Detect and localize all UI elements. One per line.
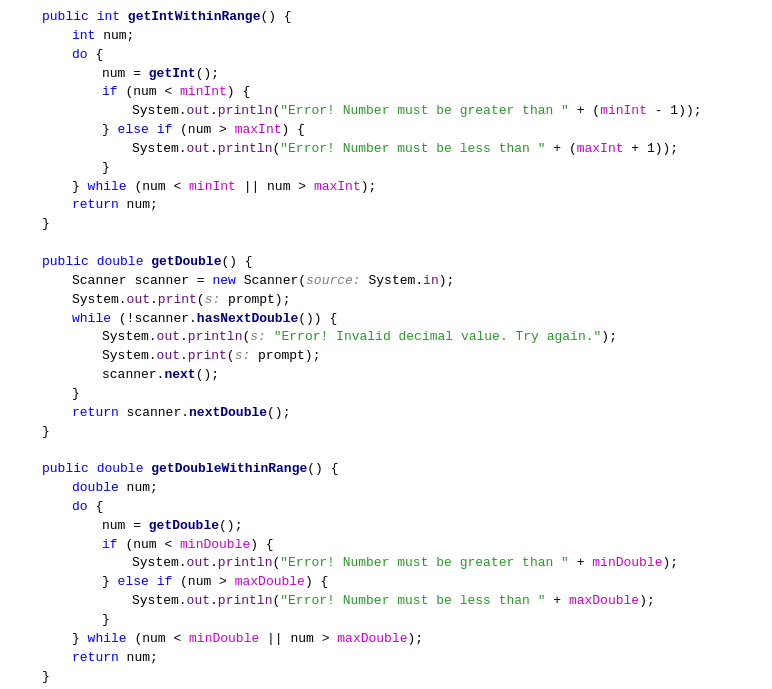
kw-new: new bbox=[212, 272, 235, 291]
line-29: } else if (num > maxDouble) { bbox=[0, 573, 772, 592]
line-21: return scanner.nextDouble(); bbox=[0, 404, 772, 423]
line-22: } bbox=[0, 423, 772, 442]
line-12: } bbox=[0, 215, 772, 234]
line-18: System.out.print(s: prompt); bbox=[0, 347, 772, 366]
kw-while: while bbox=[88, 178, 127, 197]
field-out4: out bbox=[157, 328, 180, 347]
line-8: System.out.println("Error! Number must b… bbox=[0, 140, 772, 159]
line-28: System.out.println("Error! Number must b… bbox=[0, 554, 772, 573]
kw-if3: if bbox=[102, 536, 118, 555]
line-4: num = getInt(); bbox=[0, 65, 772, 84]
kw-public: public bbox=[42, 8, 89, 27]
field-out7: out bbox=[187, 592, 210, 611]
method-nextDouble: nextDouble bbox=[189, 404, 267, 423]
kw-while3: while bbox=[88, 630, 127, 649]
method-println: println bbox=[218, 102, 273, 121]
kw-double3: double bbox=[72, 479, 119, 498]
line-33: return num; bbox=[0, 649, 772, 668]
var-minDouble3: minDouble bbox=[189, 630, 259, 649]
line-23: public double getDoubleWithinRange() { bbox=[0, 460, 772, 479]
var-maxInt3: maxInt bbox=[314, 178, 361, 197]
var-minDouble2: minDouble bbox=[592, 554, 662, 573]
field-out6: out bbox=[187, 554, 210, 573]
line-24: double num; bbox=[0, 479, 772, 498]
kw-public3: public bbox=[42, 460, 89, 479]
kw-return3: return bbox=[72, 649, 119, 668]
line-5: if (num < minInt) { bbox=[0, 83, 772, 102]
var-maxInt2: maxInt bbox=[577, 140, 624, 159]
field-out: out bbox=[187, 102, 210, 121]
line-10: } while (num < minInt || num > maxInt); bbox=[0, 178, 772, 197]
method-print2: print bbox=[188, 347, 227, 366]
line-30: System.out.println("Error! Number must b… bbox=[0, 592, 772, 611]
kw-while2: while bbox=[72, 310, 111, 329]
line-1: public int getIntWithinRange() { bbox=[0, 8, 772, 27]
str-invalid-decimal: "Error! Invalid decimal value. Try again… bbox=[274, 328, 602, 347]
annotation-s: s: bbox=[205, 291, 221, 310]
str-greater-than-double: "Error! Number must be greater than " bbox=[280, 554, 569, 573]
method-getInt: getInt bbox=[149, 65, 196, 84]
var-maxDouble3: maxDouble bbox=[337, 630, 407, 649]
line-13: public double getDouble() { bbox=[0, 253, 772, 272]
method-hasNextDouble: hasNextDouble bbox=[197, 310, 298, 329]
method-getDouble2: getDouble bbox=[149, 517, 219, 536]
code-editor: public int getIntWithinRange() { int num… bbox=[0, 0, 772, 689]
kw-double: double bbox=[97, 253, 144, 272]
kw-else2: else bbox=[118, 573, 149, 592]
var-maxDouble2: maxDouble bbox=[569, 592, 639, 611]
line-2: int num; bbox=[0, 27, 772, 46]
var-minInt2: minInt bbox=[600, 102, 647, 121]
field-out5: out bbox=[157, 347, 180, 366]
line-6: System.out.println("Error! Number must b… bbox=[0, 102, 772, 121]
line-blank2 bbox=[0, 441, 772, 460]
method-next: next bbox=[164, 366, 195, 385]
method-getDouble: getDouble bbox=[151, 253, 221, 272]
line-32: } while (num < minDouble || num > maxDou… bbox=[0, 630, 772, 649]
kw-else: else bbox=[118, 121, 149, 140]
field-out3: out bbox=[127, 291, 150, 310]
method-println4: println bbox=[218, 554, 273, 573]
line-9: } bbox=[0, 159, 772, 178]
line-27: if (num < minDouble) { bbox=[0, 536, 772, 555]
field-out2: out bbox=[187, 140, 210, 159]
line-20: } bbox=[0, 385, 772, 404]
str-less-than-double: "Error! Number must be less than " bbox=[280, 592, 545, 611]
field-in: in bbox=[423, 272, 439, 291]
line-7: } else if (num > maxInt) { bbox=[0, 121, 772, 140]
method-print: print bbox=[158, 291, 197, 310]
method-getIntWithinRange: getIntWithinRange bbox=[128, 8, 261, 27]
str-greater-than: "Error! Number must be greater than " bbox=[280, 102, 569, 121]
var-minDouble: minDouble bbox=[180, 536, 250, 555]
line-16: while (!scanner.hasNextDouble()) { bbox=[0, 310, 772, 329]
kw-do: do bbox=[72, 46, 88, 65]
annotation-s3: s: bbox=[235, 347, 251, 366]
line-34: } bbox=[0, 668, 772, 687]
method-println5: println bbox=[218, 592, 273, 611]
kw-if2: if bbox=[157, 121, 173, 140]
line-blank1 bbox=[0, 234, 772, 253]
line-19: scanner.next(); bbox=[0, 366, 772, 385]
var-maxDouble: maxDouble bbox=[235, 573, 305, 592]
line-14: Scanner scanner = new Scanner(source: Sy… bbox=[0, 272, 772, 291]
kw-if: if bbox=[102, 83, 118, 102]
line-26: num = getDouble(); bbox=[0, 517, 772, 536]
line-15: System.out.print(s: prompt); bbox=[0, 291, 772, 310]
kw-public2: public bbox=[42, 253, 89, 272]
kw-int: int bbox=[97, 8, 120, 27]
kw-int2: int bbox=[72, 27, 95, 46]
annotation-s2: s: bbox=[250, 328, 266, 347]
line-25: do { bbox=[0, 498, 772, 517]
var-maxInt: maxInt bbox=[235, 121, 282, 140]
var-minInt: minInt bbox=[180, 83, 227, 102]
kw-double2: double bbox=[97, 460, 144, 479]
line-3: do { bbox=[0, 46, 772, 65]
kw-return2: return bbox=[72, 404, 119, 423]
kw-do2: do bbox=[72, 498, 88, 517]
line-17: System.out.println(s: "Error! Invalid de… bbox=[0, 328, 772, 347]
method-getDoubleWithinRange: getDoubleWithinRange bbox=[151, 460, 307, 479]
method-println2: println bbox=[218, 140, 273, 159]
kw-return: return bbox=[72, 196, 119, 215]
annotation-source: source: bbox=[306, 272, 361, 291]
line-31: } bbox=[0, 611, 772, 630]
kw-if4: if bbox=[157, 573, 173, 592]
